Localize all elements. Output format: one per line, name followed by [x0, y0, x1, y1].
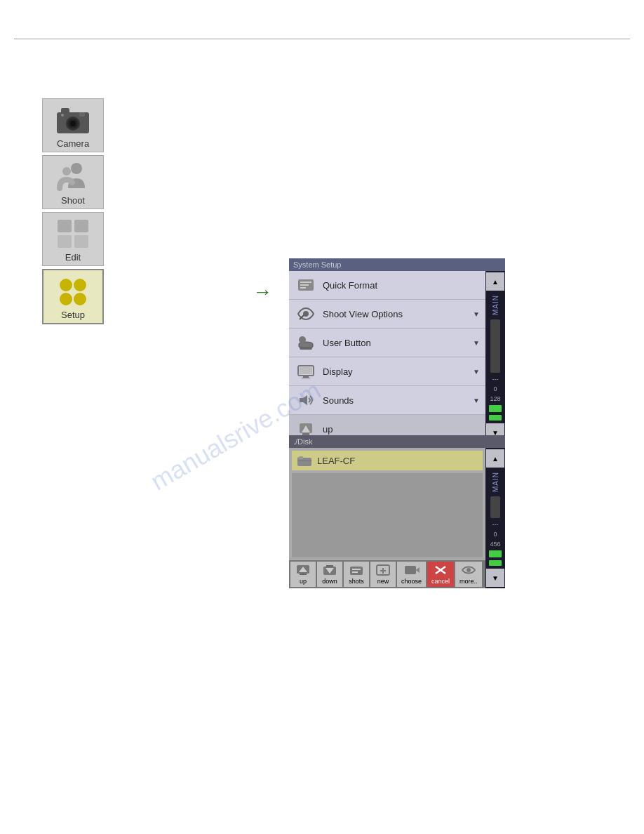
scroll-up-button[interactable]: ▲ — [486, 272, 504, 291]
quick-format-icon — [295, 274, 317, 296]
sidebar-item-setup[interactable]: Setup — [42, 269, 104, 324]
disk-list: LEAF-CF up — [289, 448, 485, 588]
svg-point-16 — [74, 293, 86, 305]
disk-status-zero: 0 — [492, 529, 498, 539]
disk-up-button[interactable]: up — [290, 562, 316, 587]
sidebar-item-edit[interactable]: Edit — [42, 212, 104, 266]
user-button-label: User Button — [323, 338, 473, 348]
system-setup-panel: System Setup Quick Format — [289, 258, 505, 443]
svg-rect-11 — [58, 235, 72, 248]
quick-format-label: Quick Format — [323, 280, 480, 291]
disk-choose-label: choose — [401, 578, 422, 585]
disk-down-button[interactable]: down — [317, 562, 342, 587]
svg-point-6 — [61, 114, 64, 117]
sidebar-item-camera[interactable]: Camera — [42, 98, 104, 152]
svg-point-15 — [60, 293, 72, 305]
setup-scrollbar: ▲ MAIN --- 0 128 ▼ — [485, 271, 505, 443]
leaf-cf-item[interactable]: LEAF-CF — [292, 451, 483, 470]
disk-scroll-track — [490, 496, 500, 518]
green-indicator — [489, 415, 502, 421]
svg-point-22 — [299, 336, 306, 343]
disk-more-label: more.. — [459, 578, 478, 585]
svg-rect-41 — [352, 569, 361, 570]
disk-choose-button[interactable]: choose — [397, 562, 426, 587]
disk-shots-button[interactable]: shots — [344, 562, 369, 587]
svg-rect-5 — [79, 112, 85, 117]
user-button-icon — [295, 331, 317, 354]
disk-panel: ./Disk LEAF-CF — [289, 435, 505, 588]
svg-rect-20 — [300, 287, 306, 289]
svg-rect-4 — [61, 108, 69, 114]
user-button-dropdown: ▼ — [473, 339, 480, 347]
system-setup-title: System Setup — [289, 258, 505, 271]
svg-rect-26 — [302, 378, 310, 378]
disk-battery-number: 456 — [488, 539, 502, 549]
setup-label: Setup — [61, 310, 85, 320]
user-button-item[interactable]: User Button ▼ — [289, 329, 485, 357]
display-item[interactable]: Display ▼ — [289, 357, 485, 386]
svg-rect-39 — [326, 565, 333, 567]
disk-shots-label: shots — [349, 578, 364, 585]
disk-cancel-label: cancel — [431, 578, 450, 585]
disk-status-dash: --- — [491, 519, 500, 529]
status-zero: 0 — [492, 384, 498, 394]
arrow-indicator: → — [253, 281, 272, 303]
disk-main-label: MAIN — [492, 469, 499, 495]
leaf-cf-label: LEAF-CF — [317, 456, 355, 466]
edit-label: Edit — [65, 252, 81, 263]
display-label: Display — [323, 366, 473, 377]
shoot-view-options-item[interactable]: Shoot View Options ▼ — [289, 300, 485, 329]
up-label: up — [323, 424, 480, 435]
disk-green-indicator — [489, 560, 502, 566]
disk-scroll-up-button[interactable]: ▲ — [486, 449, 504, 468]
svg-rect-12 — [74, 235, 88, 248]
display-icon — [295, 360, 317, 383]
scroll-track — [490, 319, 500, 373]
shoot-view-label: Shoot View Options — [323, 309, 473, 319]
menu-list: Quick Format Shoot View Options ▼ — [289, 271, 485, 443]
svg-point-13 — [60, 279, 72, 291]
svg-rect-40 — [350, 567, 363, 575]
disk-down-label: down — [322, 578, 337, 585]
disk-content: LEAF-CF up — [289, 448, 505, 588]
svg-rect-9 — [58, 220, 72, 232]
shoot-view-icon — [295, 303, 317, 325]
edit-icon — [53, 217, 93, 251]
disk-toolbar: up down — [289, 560, 485, 588]
disk-new-button[interactable]: new — [370, 562, 396, 587]
battery-number: 128 — [488, 394, 502, 404]
main-label: MAIN — [492, 292, 499, 318]
svg-rect-19 — [300, 284, 309, 286]
svg-rect-36 — [300, 574, 307, 575]
svg-rect-25 — [303, 376, 309, 378]
shoot-label: Shoot — [61, 195, 85, 206]
svg-rect-42 — [352, 571, 358, 573]
disk-up-label: up — [300, 578, 307, 585]
sounds-dropdown: ▼ — [473, 397, 480, 404]
display-dropdown: ▼ — [473, 368, 480, 376]
shoot-icon — [53, 160, 93, 194]
svg-point-50 — [467, 568, 471, 572]
sidebar-item-shoot[interactable]: Shoot — [42, 155, 104, 209]
shoot-view-dropdown: ▼ — [473, 310, 480, 318]
svg-marker-27 — [300, 395, 307, 405]
disk-scroll-down-button[interactable]: ▼ — [486, 569, 504, 587]
svg-rect-46 — [405, 566, 416, 574]
disk-title: ./Disk — [289, 435, 505, 448]
disk-cancel-button[interactable]: cancel — [427, 562, 454, 587]
camera-icon — [53, 103, 93, 137]
svg-point-3 — [70, 121, 76, 126]
svg-rect-18 — [300, 282, 311, 283]
disk-empty-area — [292, 473, 483, 557]
svg-point-8 — [62, 167, 71, 176]
sounds-item[interactable]: Sounds ▼ — [289, 386, 485, 415]
svg-rect-24 — [300, 367, 312, 374]
disk-more-button[interactable]: more.. — [455, 562, 482, 587]
quick-format-item[interactable]: Quick Format — [289, 271, 485, 300]
disk-battery-indicator — [489, 550, 502, 557]
svg-rect-10 — [74, 220, 88, 232]
sounds-label: Sounds — [323, 395, 473, 406]
battery-indicator — [489, 405, 502, 412]
system-setup-content: Quick Format Shoot View Options ▼ — [289, 271, 505, 443]
top-divider — [14, 39, 630, 39]
